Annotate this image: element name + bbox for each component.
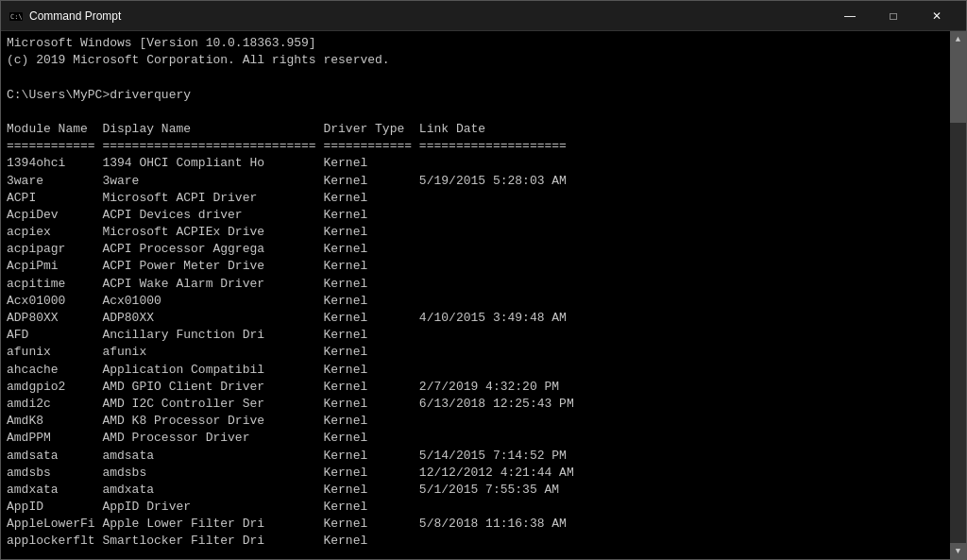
scrollbar-track[interactable] <box>950 47 966 543</box>
minimize-button[interactable]: — <box>828 1 872 31</box>
app-icon: C:\ <box>8 8 24 24</box>
scrollbar-thumb[interactable] <box>950 47 966 123</box>
window-controls: — □ ✕ <box>828 1 959 31</box>
content-area: Microsoft Windows [Version 10.0.18363.95… <box>1 31 966 559</box>
scrollbar: ▲ ▼ <box>950 31 966 559</box>
close-button[interactable]: ✕ <box>915 1 959 31</box>
svg-text:C:\: C:\ <box>10 13 23 21</box>
maximize-button[interactable]: □ <box>872 1 915 31</box>
scroll-down-button[interactable]: ▼ <box>950 543 966 559</box>
command-prompt-window: C:\ Command Prompt — □ ✕ Microsoft Windo… <box>0 0 967 560</box>
scroll-up-button[interactable]: ▲ <box>950 31 966 47</box>
titlebar: C:\ Command Prompt — □ ✕ <box>1 1 966 31</box>
window-title: Command Prompt <box>29 9 828 23</box>
terminal-output[interactable]: Microsoft Windows [Version 10.0.18363.95… <box>1 31 950 559</box>
